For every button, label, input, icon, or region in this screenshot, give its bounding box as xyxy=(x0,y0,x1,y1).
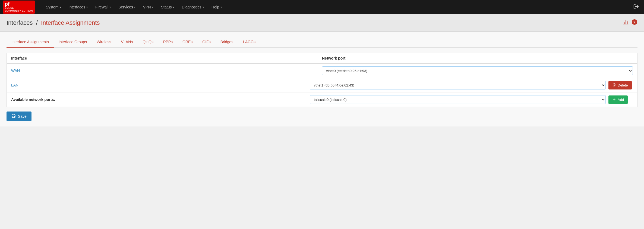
breadcrumb-current: Interface Assignments xyxy=(41,19,100,26)
breadcrumb: Interfaces / Interface Assignments xyxy=(7,19,100,26)
available-port-select[interactable]: tailscale0 (tailscale0) xyxy=(310,95,606,104)
table-header: Interface Network port xyxy=(7,53,637,64)
table-row: WAN vtnet0 (ee:de:a0:26:c1:93) vtnet1 (d… xyxy=(7,64,637,78)
lan-interface-label: LAN xyxy=(11,83,307,87)
delete-label: Delete xyxy=(618,83,628,87)
wan-link[interactable]: WAN xyxy=(11,69,20,73)
chevron-down-icon: ▾ xyxy=(152,6,153,9)
chevron-down-icon: ▾ xyxy=(220,6,222,9)
nav-vpn[interactable]: VPN ▾ xyxy=(139,0,157,14)
save-button[interactable]: Save xyxy=(7,112,31,121)
lan-port-cell: vtnet1 (d6:b6:f4:0e:62:43) vtnet0 (ee:de… xyxy=(310,81,606,89)
col-header-network-port: Network port xyxy=(322,56,633,60)
lan-link[interactable]: LAN xyxy=(11,83,18,87)
nav-diagnostics[interactable]: Diagnostics ▾ xyxy=(178,0,207,14)
available-ports-row: Available network ports: tailscale0 (tai… xyxy=(7,92,637,107)
help-icon[interactable]: ? xyxy=(632,19,637,26)
nav-help[interactable]: Help ▾ xyxy=(208,0,226,14)
available-port-cell: tailscale0 (tailscale0) xyxy=(310,95,606,104)
breadcrumb-separator: / xyxy=(36,19,38,26)
logout-button[interactable] xyxy=(631,1,641,13)
tab-vlans[interactable]: VLANs xyxy=(116,37,138,48)
pfsense-logo: pfSENSECOMMUNITY EDITION xyxy=(3,1,35,14)
breadcrumb-parent: Interfaces xyxy=(7,19,33,26)
plus-icon xyxy=(612,97,616,102)
delete-lan-button[interactable]: Delete xyxy=(608,81,632,89)
chart-icon[interactable] xyxy=(623,19,629,26)
tab-ppps[interactable]: PPPs xyxy=(158,37,178,48)
page-header: Interfaces / Interface Assignments ? xyxy=(0,14,644,32)
tabs-nav: Interface Assignments Interface Groups W… xyxy=(7,37,637,48)
add-label: Add xyxy=(618,98,624,102)
nav-status[interactable]: Status ▾ xyxy=(157,0,178,14)
chevron-down-icon: ▾ xyxy=(203,6,204,9)
table-row: LAN vtnet1 (d6:b6:f4:0e:62:43) vtnet0 (e… xyxy=(7,78,637,92)
col-header-interface: Interface xyxy=(11,56,322,60)
wan-port-cell: vtnet0 (ee:de:a0:26:c1:93) vtnet1 (d6:b6… xyxy=(322,66,633,75)
chevron-down-icon: ▾ xyxy=(60,6,61,9)
tab-gres[interactable]: GREs xyxy=(178,37,197,48)
tab-gifs[interactable]: GIFs xyxy=(197,37,215,48)
navbar-right xyxy=(631,1,641,13)
wan-interface-label: WAN xyxy=(11,69,322,73)
save-label: Save xyxy=(18,114,27,119)
main-content: Interface Assignments Interface Groups W… xyxy=(0,32,644,126)
header-icons: ? xyxy=(623,19,637,26)
save-icon xyxy=(11,114,16,119)
chevron-down-icon: ▾ xyxy=(86,6,88,9)
chevron-down-icon: ▾ xyxy=(134,6,135,9)
chevron-down-icon: ▾ xyxy=(109,6,111,9)
trash-icon xyxy=(612,83,616,88)
nav-services[interactable]: Services ▾ xyxy=(115,0,139,14)
tab-bridges[interactable]: Bridges xyxy=(216,37,238,48)
tab-wireless[interactable]: Wireless xyxy=(92,37,116,48)
nav-firewall[interactable]: Firewall ▾ xyxy=(91,0,115,14)
add-button[interactable]: Add xyxy=(608,95,628,104)
nav-interfaces[interactable]: Interfaces ▾ xyxy=(65,0,91,14)
tab-qinqs[interactable]: QinQs xyxy=(138,37,158,48)
navbar: pfSENSECOMMUNITY EDITION System ▾ Interf… xyxy=(0,0,644,14)
svg-text:?: ? xyxy=(633,20,636,24)
wan-port-select[interactable]: vtnet0 (ee:de:a0:26:c1:93) vtnet1 (d6:b6… xyxy=(322,66,633,75)
nav-system[interactable]: System ▾ xyxy=(42,0,65,14)
available-ports-label: Available network ports: xyxy=(11,97,307,102)
available-actions: Add xyxy=(608,95,633,104)
tab-interface-groups[interactable]: Interface Groups xyxy=(54,37,92,48)
tab-interface-assignments[interactable]: Interface Assignments xyxy=(7,37,54,48)
lan-actions: Delete xyxy=(608,81,633,89)
chevron-down-icon: ▾ xyxy=(173,6,174,9)
assignments-table: Interface Network port WAN vtnet0 (ee:de… xyxy=(7,53,637,107)
nav-menu: System ▾ Interfaces ▾ Firewall ▾ Service… xyxy=(42,0,631,14)
brand-logo[interactable]: pfSENSECOMMUNITY EDITION xyxy=(3,1,37,14)
lan-port-select[interactable]: vtnet1 (d6:b6:f4:0e:62:43) vtnet0 (ee:de… xyxy=(310,81,606,89)
tab-laggs[interactable]: LAGGs xyxy=(238,37,260,48)
